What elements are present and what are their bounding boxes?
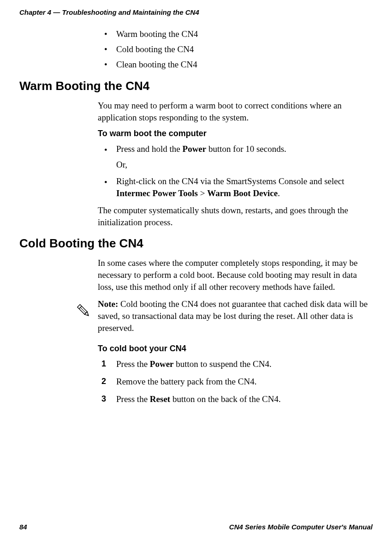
intro-bullet-list: Warm booting the CN4 Cold booting the CN… xyxy=(98,29,368,70)
list-item: • Right-click on the CN4 via the SmartSy… xyxy=(98,175,368,199)
step-text-bold: Reset xyxy=(150,394,170,404)
list-item: 2 Remove the battery pack from the CN4. xyxy=(98,376,368,388)
step-text-bold: Power xyxy=(150,359,174,369)
warm-boot-subheading: To warm boot the computer xyxy=(98,129,368,138)
list-item: Clean booting the CN4 xyxy=(98,60,368,70)
cold-boot-steps: 1 Press the Power button to suspend the … xyxy=(98,358,368,405)
step-text-bold: Warm Boot Device xyxy=(207,188,278,198)
cold-boot-subheading: To cold boot your CN4 xyxy=(98,344,368,354)
page-content: Warm booting the CN4 Cold booting the CN… xyxy=(98,29,368,405)
list-item: • Press and hold the Power button for 10… xyxy=(98,143,368,155)
warm-boot-steps: • Press and hold the Power button for 10… xyxy=(98,143,368,155)
note-text: Note: Cold booting the CN4 does not guar… xyxy=(98,298,368,334)
bullet-marker: • xyxy=(104,176,107,188)
step-text: Remove the battery pack from the CN4. xyxy=(116,377,256,386)
list-item: Warm booting the CN4 xyxy=(98,29,368,39)
warm-boot-heading: Warm Booting the CN4 xyxy=(19,79,368,93)
bullet-marker: • xyxy=(104,144,107,156)
note-label: Note: xyxy=(98,299,118,309)
step-number: 2 xyxy=(101,376,106,387)
list-item: 3 Press the Reset button on the back of … xyxy=(98,393,368,405)
warm-boot-steps-2: • Right-click on the CN4 via the SmartSy… xyxy=(98,175,368,199)
note-pencil-icon xyxy=(75,302,93,320)
step-text-pre: Press the xyxy=(116,394,150,404)
manual-title: CN4 Series Mobile Computer User's Manual xyxy=(229,523,373,531)
chapter-header: Chapter 4 — Troubleshooting and Maintain… xyxy=(19,8,373,16)
body-paragraph: In some cases where the computer complet… xyxy=(98,257,368,293)
step-text-post: button on the back of the CN4. xyxy=(170,394,281,404)
cold-boot-heading: Cold Booting the CN4 xyxy=(19,236,368,251)
step-text-pre: Right-click on the CN4 via the SmartSyst… xyxy=(116,176,344,186)
step-text-bold: Intermec Power Tools xyxy=(116,188,198,198)
step-text-post: button for 10 seconds. xyxy=(206,144,286,154)
or-text: Or, xyxy=(98,160,368,170)
step-number: 3 xyxy=(101,393,106,404)
step-text-bold: Power xyxy=(183,144,207,154)
step-text-gt: > xyxy=(198,188,207,198)
step-number: 1 xyxy=(101,358,106,369)
list-item: Cold booting the CN4 xyxy=(98,44,368,54)
page-footer: 84 CN4 Series Mobile Computer User's Man… xyxy=(19,523,373,531)
step-text-pre: Press the xyxy=(116,359,150,369)
note-body: Cold booting the CN4 does not guarantee … xyxy=(98,299,368,332)
note-block: Note: Cold booting the CN4 does not guar… xyxy=(75,298,368,334)
step-text-pre: Press and hold the xyxy=(116,144,183,154)
body-paragraph: The computer systematically shuts down, … xyxy=(98,204,368,228)
page-number: 84 xyxy=(19,523,27,531)
step-text-post: . xyxy=(278,188,280,198)
body-paragraph: You may need to perform a warm boot to c… xyxy=(98,100,368,123)
list-item: 1 Press the Power button to suspend the … xyxy=(98,358,368,370)
step-text-post: button to suspend the CN4. xyxy=(174,359,272,369)
svg-line-2 xyxy=(80,308,86,313)
